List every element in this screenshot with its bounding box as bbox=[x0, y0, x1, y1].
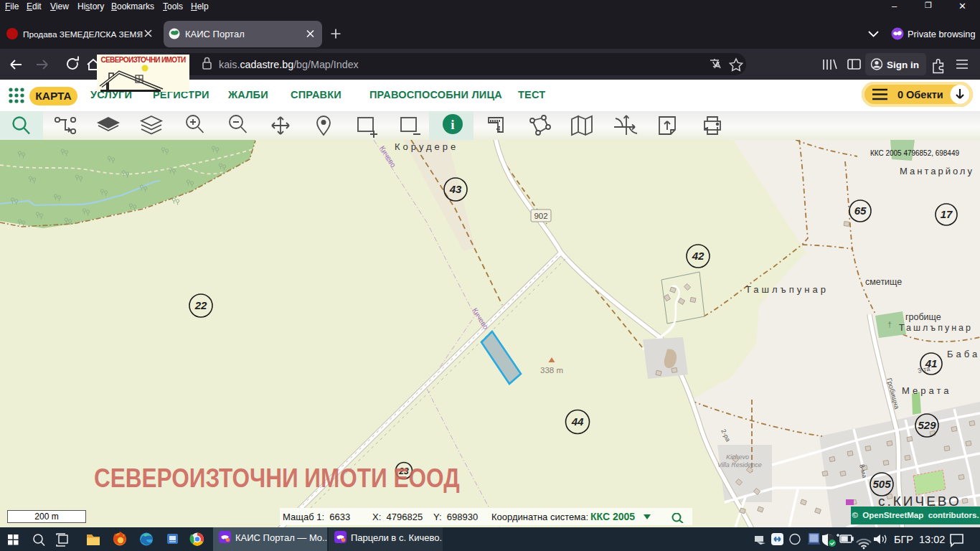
svg-text:65: 65 bbox=[854, 204, 867, 217]
svg-text:Мерата: Мерата bbox=[902, 385, 951, 396]
svg-text:БГР: БГР bbox=[894, 534, 913, 545]
svg-text:КАИС Портал: КАИС Портал bbox=[185, 29, 245, 39]
svg-text:338 m: 338 m bbox=[540, 366, 563, 375]
svg-text:17: 17 bbox=[941, 208, 953, 220]
svg-text:Мантарйолу: Мантарйолу bbox=[900, 166, 974, 176]
svg-text:Ташлъпунар: Ташлъпунар bbox=[899, 323, 973, 333]
svg-text:Private browsing: Private browsing bbox=[908, 29, 976, 39]
svg-text:13:02: 13:02 bbox=[919, 534, 945, 545]
svg-text:43: 43 bbox=[449, 183, 462, 195]
svg-text:гробище: гробище bbox=[905, 312, 941, 322]
svg-text:kais.cadastre.bg/bg/Map/Index: kais.cadastre.bg/bg/Map/Index bbox=[219, 59, 359, 70]
svg-text:0 Обекти: 0 Обекти bbox=[897, 89, 943, 100]
svg-text:Корудере: Корудере bbox=[395, 141, 458, 152]
svg-text:902: 902 bbox=[534, 212, 547, 220]
svg-text:ККС 2005 4796852, 698449: ККС 2005 4796852, 698449 bbox=[870, 149, 959, 157]
svg-text:42: 42 bbox=[692, 250, 705, 262]
svg-text:†: † bbox=[887, 321, 892, 329]
svg-text:44: 44 bbox=[571, 415, 584, 428]
svg-text:529: 529 bbox=[918, 419, 936, 431]
svg-text:22: 22 bbox=[194, 299, 207, 311]
svg-text:505: 505 bbox=[872, 478, 891, 490]
svg-text:Ташлъпунар: Ташлъпунар bbox=[745, 284, 829, 295]
svg-text:Villa Residence: Villa Residence bbox=[717, 461, 762, 468]
svg-text:Kichevo: Kichevo bbox=[726, 453, 749, 461]
svg-text:Sign in: Sign in bbox=[887, 60, 919, 70]
svg-text:в: в bbox=[138, 31, 142, 39]
svg-text:i: i bbox=[451, 117, 454, 132]
svg-text:сметище: сметище bbox=[865, 277, 902, 287]
svg-text:Продава ЗЕМЕДЕЛСКА ЗЕМЯ: Продава ЗЕМЕДЕЛСКА ЗЕМЯ bbox=[23, 29, 143, 39]
svg-text:Бабан: Бабан bbox=[947, 349, 980, 359]
